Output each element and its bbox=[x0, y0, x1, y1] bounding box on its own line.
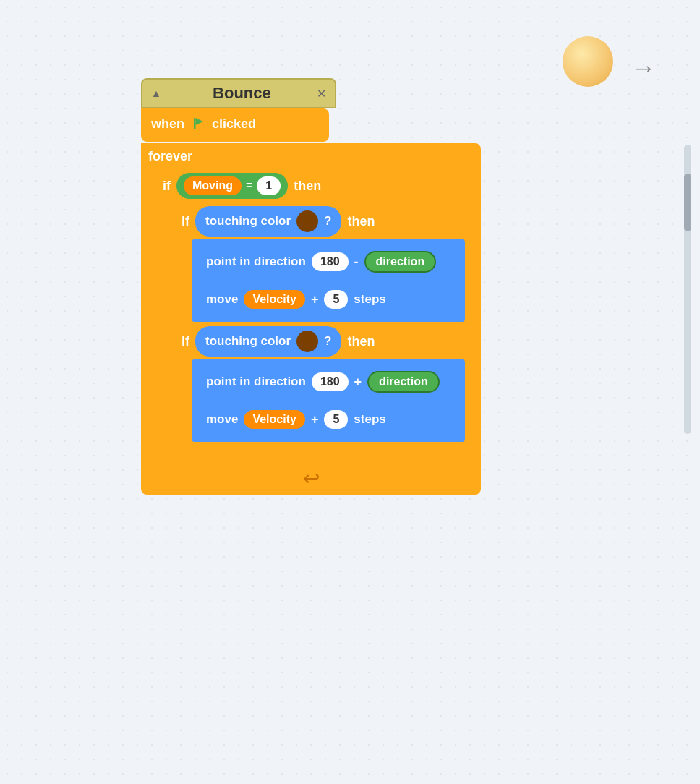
collapse-arrow[interactable]: ▲ bbox=[151, 88, 161, 99]
equals-sign: = bbox=[246, 179, 252, 192]
val-180-2: 180 bbox=[312, 372, 349, 391]
direction-pill-2: direction bbox=[367, 371, 440, 393]
point-direction-block-1[interactable]: point in direction 180 - direction bbox=[196, 244, 461, 280]
move-block-2[interactable]: move Velocity + 5 steps bbox=[196, 403, 461, 436]
steps-label-2: steps bbox=[354, 412, 385, 427]
touching-color-1-body: point in direction 180 - direction move … bbox=[192, 239, 465, 322]
touching-color-label-2: touching color bbox=[205, 334, 291, 349]
move-label-2: move bbox=[206, 412, 238, 427]
forever-label: forever bbox=[148, 149, 474, 169]
forever-block: forever if Moving = 1 then if touching c… bbox=[141, 143, 481, 495]
moving-condition[interactable]: Moving = 1 bbox=[176, 173, 288, 199]
touching-color-block-2[interactable]: touching color ? bbox=[195, 326, 341, 357]
steps-val-2: 5 bbox=[324, 410, 348, 429]
velocity-var-2: Velocity bbox=[244, 410, 304, 429]
if-label-3: if bbox=[182, 334, 189, 349]
then-label-1: then bbox=[294, 179, 321, 194]
moving-val: 1 bbox=[257, 176, 281, 195]
if-moving-block: if Moving = 1 then if touching color ? bbox=[158, 169, 474, 455]
touching-color-block-1[interactable]: touching color ? bbox=[195, 206, 341, 237]
if-label-2: if bbox=[182, 214, 189, 229]
plus-sign-1: + bbox=[311, 292, 319, 307]
steps-label-1: steps bbox=[354, 292, 385, 307]
steps-val-1: 5 bbox=[324, 290, 348, 309]
close-button[interactable]: ✕ bbox=[317, 87, 326, 101]
when-clicked-block[interactable]: when clicked bbox=[141, 108, 329, 142]
point-in-direction-label-2: point in direction bbox=[206, 375, 306, 389]
color-circle-1[interactable] bbox=[296, 210, 318, 232]
then-label-2: then bbox=[347, 214, 375, 229]
if-touching-row-1: if touching color ? then bbox=[182, 206, 465, 237]
svg-marker-1 bbox=[196, 118, 204, 125]
when-label: when bbox=[151, 116, 184, 132]
point-in-direction-label-1: point in direction bbox=[206, 255, 306, 269]
touching-color-label-1: touching color bbox=[205, 214, 291, 229]
forever-repeat-arrow: ↩ bbox=[148, 466, 474, 490]
move-block-1[interactable]: move Velocity + 5 steps bbox=[196, 283, 461, 316]
val-180-1: 180 bbox=[312, 252, 349, 271]
sprite-arrow: → bbox=[631, 53, 657, 83]
if-touching-row-2: if touching color ? then bbox=[182, 326, 465, 357]
move-label-1: move bbox=[206, 292, 238, 307]
velocity-var-1: Velocity bbox=[244, 290, 304, 309]
sprite-ball bbox=[563, 36, 613, 87]
scrollbar-thumb[interactable] bbox=[684, 174, 691, 231]
flag-icon bbox=[190, 116, 206, 132]
plus-sign-2: + bbox=[354, 375, 362, 390]
title-bar[interactable]: ▲ Bounce ✕ bbox=[141, 78, 336, 108]
point-direction-block-2[interactable]: point in direction 180 + direction bbox=[196, 364, 461, 400]
color-circle-2[interactable] bbox=[296, 331, 318, 352]
if-label-1: if bbox=[163, 179, 171, 194]
moving-var: Moving bbox=[184, 176, 242, 195]
if-moving-body: if touching color ? then point in direct… bbox=[177, 202, 469, 448]
minus-sign-1: - bbox=[354, 255, 359, 270]
scrollbar[interactable] bbox=[684, 145, 691, 434]
question-mark-2: ? bbox=[324, 334, 331, 349]
plus-sign-3: + bbox=[311, 412, 319, 427]
svg-rect-0 bbox=[194, 118, 196, 129]
then-label-3: then bbox=[347, 334, 375, 349]
question-mark-1: ? bbox=[324, 214, 331, 229]
clicked-label: clicked bbox=[212, 116, 256, 132]
script-area: ▲ Bounce ✕ when clicked forever if Movin… bbox=[141, 78, 481, 495]
script-title: Bounce bbox=[167, 84, 317, 103]
direction-pill-1: direction bbox=[364, 251, 437, 273]
touching-color-2-body: point in direction 180 + direction move … bbox=[192, 359, 465, 442]
